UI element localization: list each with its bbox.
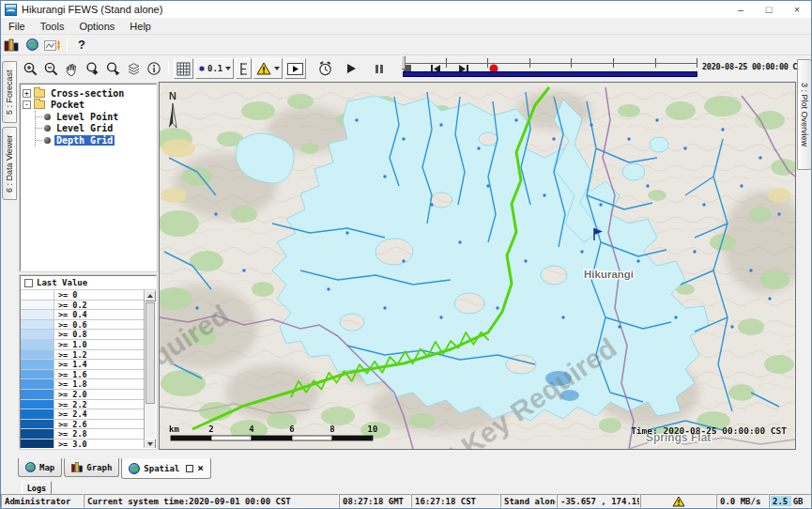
- menu-item-tools[interactable]: Tools: [33, 19, 72, 34]
- side-tab-forecast[interactable]: 5 : Forecast: [2, 61, 17, 123]
- timeseries-button[interactable]: [42, 36, 63, 54]
- legend-entry-label: >= 2.8: [54, 429, 87, 439]
- layers-button[interactable]: [123, 59, 144, 78]
- pause-button[interactable]: [369, 59, 390, 78]
- legend-entry[interactable]: >= 0.8: [21, 330, 156, 340]
- help-button[interactable]: ?: [71, 36, 92, 54]
- tab-close-icon[interactable]: ×: [197, 465, 204, 472]
- map-display-button[interactable]: [22, 36, 42, 54]
- status-cell: Administrator: [1, 494, 84, 508]
- legend-entry[interactable]: >= 2.8: [21, 429, 156, 440]
- legend-entry[interactable]: >= 1.8: [21, 379, 156, 390]
- legend-entry-label: >= 2.4: [54, 409, 87, 419]
- warning-icon: [672, 496, 685, 507]
- legend-color-swatch: [21, 420, 54, 429]
- legend-entry[interactable]: >= 1.0: [21, 340, 156, 350]
- zoom-out-button[interactable]: [40, 59, 61, 78]
- tree-item-label: Level Grid: [54, 123, 115, 133]
- legend-entry-label: >= 0.4: [54, 310, 87, 319]
- thresholds-warning-dropdown[interactable]: [253, 58, 283, 79]
- timeline-thumb[interactable]: [401, 55, 406, 69]
- main-toolbar: ?: [1, 35, 811, 55]
- map-canvas[interactable]: API Key Required API Key Required Hikura…: [159, 82, 796, 450]
- legend-scale-button[interactable]: [236, 58, 252, 79]
- tab-restore-icon[interactable]: [186, 465, 193, 472]
- folder-icon: [34, 100, 45, 109]
- scroll-down-arrow[interactable]: [145, 439, 156, 449]
- tab-graph[interactable]: Graph: [64, 458, 119, 477]
- side-tab-data-viewer[interactable]: 6 : Data Viewer: [2, 127, 17, 200]
- legend-entry[interactable]: >= 2.4: [21, 409, 156, 420]
- svg-text:8: 8: [329, 424, 334, 434]
- legend-color-swatch: [21, 310, 54, 319]
- side-tab-plot-overview[interactable]: 3 : Plot Overview: [797, 59, 812, 170]
- legend-entry-label: >= 1.8: [54, 379, 87, 389]
- legend-scrollbar[interactable]: [144, 290, 156, 449]
- hand-icon: [64, 61, 79, 76]
- legend-entry[interactable]: >= 1.6: [21, 370, 156, 380]
- tree-toggle-icon[interactable]: -: [23, 100, 31, 109]
- side-tab-plot-overview-label: 3 : Plot Overview: [800, 83, 809, 147]
- tree-toggle-icon[interactable]: +: [23, 89, 31, 98]
- warning-icon: [256, 62, 271, 75]
- close-button[interactable]: ×: [783, 1, 811, 18]
- explorer-bars-button[interactable]: [1, 36, 22, 54]
- zoom-in-icon: [23, 61, 38, 77]
- legend-entry-label: >= 2.6: [54, 420, 87, 429]
- legend-color-swatch: [21, 301, 54, 310]
- threshold-dropdown[interactable]: 0.1: [195, 58, 234, 79]
- legend-entry[interactable]: >= 2.2: [21, 400, 156, 410]
- zoom-previous-button[interactable]: [82, 59, 102, 78]
- legend-entry[interactable]: >= 0.6: [21, 320, 156, 331]
- menu-item-options[interactable]: Options: [71, 19, 122, 34]
- legend-entry[interactable]: >= 3.0: [21, 440, 156, 449]
- tree-item-pocket[interactable]: -Pocket: [23, 100, 154, 112]
- timeline-slider[interactable]: [403, 55, 697, 80]
- node-bullet-icon: [44, 114, 51, 120]
- minimize-button[interactable]: –: [727, 1, 755, 18]
- menu-item-file[interactable]: File: [1, 19, 33, 34]
- tree-item-level-point[interactable]: Level Point: [36, 111, 154, 123]
- town-label: Hikurangi: [584, 269, 634, 280]
- legend-color-swatch: [21, 320, 54, 330]
- legend-entry-label: >= 1.4: [54, 360, 87, 369]
- tree-item-depth-grid[interactable]: Depth Grid: [36, 134, 154, 147]
- scroll-up-arrow[interactable]: [145, 290, 156, 301]
- logs-button[interactable]: Logs: [22, 481, 52, 495]
- play-button[interactable]: [341, 59, 361, 78]
- bar-chart-icon: [4, 39, 19, 52]
- last-value-checkbox[interactable]: [24, 279, 33, 287]
- info-button[interactable]: [144, 59, 164, 78]
- grid-icon: [176, 62, 191, 76]
- legend-entry-label: >= 3.0: [54, 440, 87, 449]
- tab-spatial[interactable]: Spatial ×: [121, 458, 211, 479]
- legend-entry[interactable]: >= 2.0: [21, 390, 156, 400]
- tree-item-level-grid[interactable]: Level Grid: [36, 123, 154, 135]
- legend-panel: Last Value >= 0>= 0.2>= 0.4>= 0.6>= 0.8>…: [20, 275, 157, 449]
- set-time-button[interactable]: [314, 59, 335, 78]
- legend-entry[interactable]: >= 1.2: [21, 350, 156, 361]
- tree-item-cross-section[interactable]: +Cross-section: [23, 87, 154, 100]
- legend-entry[interactable]: >= 0: [21, 290, 156, 301]
- grid-display-button[interactable]: [174, 58, 193, 79]
- animation-movie-button[interactable]: [284, 58, 306, 79]
- legend-entry[interactable]: >= 1.4: [21, 360, 156, 370]
- compass-n-label: N: [169, 90, 176, 101]
- zoom-next-button[interactable]: [102, 59, 123, 78]
- status-cell: Current system time:2020-09-01 00:00 CST: [84, 494, 339, 508]
- menu-item-help[interactable]: Help: [122, 19, 159, 34]
- legend-entry[interactable]: >= 0.2: [21, 301, 156, 311]
- status-cell: 0.0 MB/s: [716, 494, 769, 508]
- legend-entry-label: >= 1.0: [54, 340, 87, 349]
- status-text: 2.5 GB: [773, 497, 804, 506]
- tree-item-label: Depth Grid: [54, 135, 115, 146]
- movie-play-icon: [287, 63, 303, 75]
- legend-entry[interactable]: >= 0.4: [21, 310, 156, 320]
- legend-entry[interactable]: >= 2.6: [21, 420, 156, 430]
- scroll-thumb[interactable]: [146, 302, 155, 404]
- pan-button[interactable]: [61, 59, 82, 78]
- tab-map[interactable]: Map: [18, 458, 62, 477]
- maximize-button[interactable]: □: [755, 1, 783, 18]
- zoom-in-button[interactable]: [20, 59, 40, 78]
- menu-bar: FileToolsOptionsHelp: [1, 18, 811, 35]
